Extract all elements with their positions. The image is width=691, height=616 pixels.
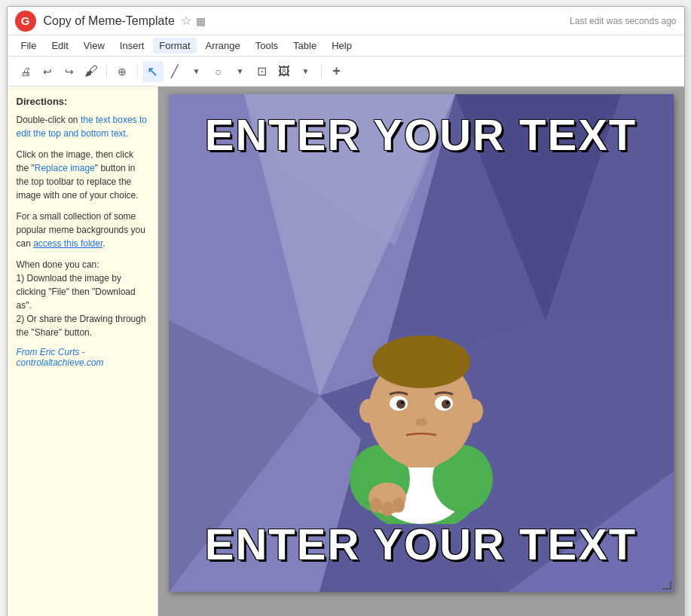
zoom-button[interactable]: ⊕ bbox=[112, 61, 133, 82]
meme-top-text[interactable]: ENTER YOUR TEXT bbox=[169, 109, 674, 160]
highlight-text: the text boxes to edit the top and botto… bbox=[17, 115, 147, 139]
star-icon[interactable]: ☆ bbox=[181, 14, 191, 28]
svg-point-27 bbox=[370, 498, 382, 513]
svg-point-24 bbox=[465, 399, 483, 423]
image-dropdown[interactable]: ▼ bbox=[295, 61, 316, 82]
toolbar: 🖨 ↩ ↪ 🖌 ⊕ ↖ ╱ ▼ ○ ▼ ⊡ 🖼 ▼ + bbox=[8, 57, 684, 87]
highlight-replace: Replace image bbox=[35, 163, 95, 173]
menu-file[interactable]: File bbox=[15, 38, 43, 54]
svg-point-28 bbox=[381, 501, 393, 516]
menu-edit[interactable]: Edit bbox=[45, 38, 74, 54]
menu-arrange[interactable]: Arrange bbox=[200, 38, 246, 54]
folder-icon[interactable]: ▦ bbox=[196, 15, 206, 27]
access-folder-link[interactable]: access this folder bbox=[33, 238, 102, 249]
shape-button[interactable]: ○ bbox=[208, 61, 229, 82]
toolbar-group-zoom: ⊕ bbox=[112, 61, 133, 82]
menu-format[interactable]: Format bbox=[153, 38, 196, 54]
svg-point-18 bbox=[396, 400, 405, 409]
svg-point-20 bbox=[401, 401, 404, 404]
svg-point-15 bbox=[417, 336, 448, 373]
baby-svg bbox=[320, 313, 523, 524]
sidebar-title: Directions: bbox=[17, 96, 148, 107]
menu-view[interactable]: View bbox=[78, 38, 111, 54]
sidebar: Directions: Double-click on the text box… bbox=[8, 87, 158, 616]
sidebar-para-4: When done you can: 1) Download the image… bbox=[17, 258, 148, 339]
toolbar-separator-3 bbox=[321, 64, 322, 79]
app-window: G Copy of Meme-Template ☆ ▦ Last edit wa… bbox=[7, 6, 685, 616]
toolbar-group-left: 🖨 ↩ ↪ 🖌 bbox=[15, 61, 102, 82]
add-button[interactable]: + bbox=[326, 61, 347, 82]
svg-point-19 bbox=[442, 400, 451, 409]
svg-point-23 bbox=[359, 399, 378, 423]
menu-table[interactable]: Table bbox=[287, 38, 323, 54]
toolbar-separator-2 bbox=[137, 64, 138, 79]
textbox-button[interactable]: ⊡ bbox=[252, 61, 273, 82]
title-bar: G Copy of Meme-Template ☆ ▦ Last edit wa… bbox=[8, 7, 684, 35]
select-button[interactable]: ↖ bbox=[142, 61, 164, 82]
print-button[interactable]: 🖨 bbox=[15, 61, 36, 82]
sidebar-para-3: For a small collection of some popular m… bbox=[17, 210, 148, 250]
undo-button[interactable]: ↩ bbox=[37, 61, 58, 82]
meme-bottom-text[interactable]: ENTER YOUR TEXT bbox=[169, 519, 674, 569]
svg-point-29 bbox=[393, 498, 405, 513]
paint-format-button[interactable]: 🖌 bbox=[81, 61, 102, 82]
svg-point-22 bbox=[415, 418, 427, 426]
last-edit-status: Last edit was seconds ago bbox=[570, 16, 676, 26]
app-logo: G bbox=[15, 11, 36, 32]
line-dropdown[interactable]: ▼ bbox=[186, 61, 207, 82]
meme-image[interactable] bbox=[320, 313, 523, 524]
resize-handle[interactable] bbox=[662, 581, 671, 590]
canvas-area[interactable]: ENTER YOUR TEXT bbox=[158, 87, 684, 616]
shape-dropdown[interactable]: ▼ bbox=[230, 61, 251, 82]
sidebar-footer: From Eric Curts - controlaltachieve.com bbox=[17, 347, 148, 368]
line-button[interactable]: ╱ bbox=[164, 61, 185, 82]
sidebar-para-1: Double-click on the text boxes to edit t… bbox=[17, 113, 148, 140]
website-link[interactable]: controlaltachieve.com bbox=[17, 357, 104, 368]
menu-bar: File Edit View Insert Format Arrange Too… bbox=[8, 35, 684, 57]
title-icons: ☆ ▦ bbox=[181, 14, 206, 28]
svg-point-21 bbox=[446, 401, 449, 404]
image-button[interactable]: 🖼 bbox=[274, 61, 295, 82]
menu-help[interactable]: Help bbox=[326, 38, 358, 54]
main-content: Directions: Double-click on the text box… bbox=[8, 87, 684, 616]
sidebar-para-2: Click on the image, then click the "Repl… bbox=[17, 148, 148, 202]
menu-insert[interactable]: Insert bbox=[114, 38, 151, 54]
doc-title: Copy of Meme-Template bbox=[44, 14, 175, 28]
toolbar-group-tools: ↖ ╱ ▼ ○ ▼ ⊡ 🖼 ▼ bbox=[142, 61, 316, 82]
toolbar-separator-1 bbox=[106, 64, 107, 79]
redo-button[interactable]: ↪ bbox=[59, 61, 80, 82]
menu-tools[interactable]: Tools bbox=[249, 38, 284, 54]
slide-canvas[interactable]: ENTER YOUR TEXT bbox=[169, 94, 674, 592]
